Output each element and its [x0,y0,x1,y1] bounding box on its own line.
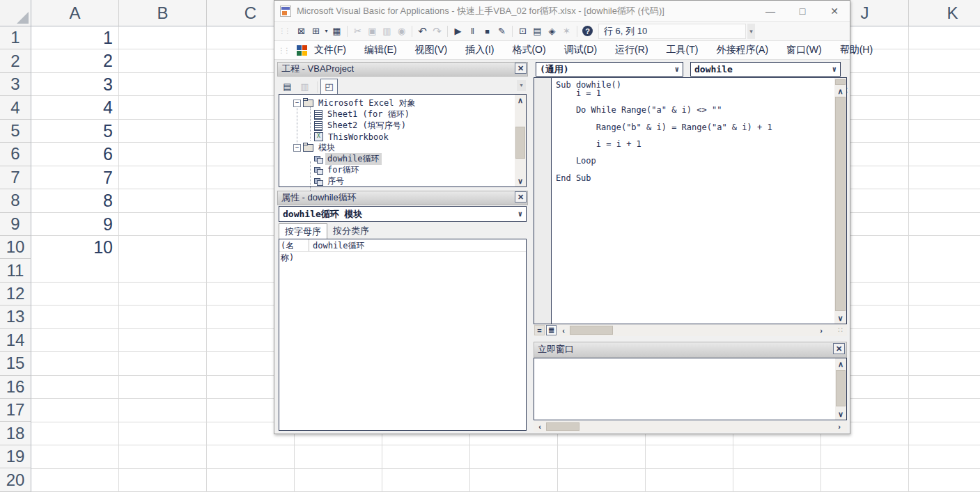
column-header[interactable]: K [909,0,980,26]
row-header[interactable]: 18 [0,422,31,445]
menu-item-run[interactable]: 运行(R) [615,44,648,56]
property-row-name[interactable]: (名称) dowhile循环 [279,239,526,252]
row-header[interactable]: 13 [0,305,31,328]
cell-column-a[interactable]: 7 [31,166,119,189]
scroll-up-icon[interactable]: ∧ [835,360,846,368]
menu-item-tools[interactable]: 工具(T) [667,44,699,56]
procedure-view-icon[interactable]: = [534,325,545,335]
row-header[interactable]: 17 [0,399,31,422]
minimize-button[interactable]: — [763,3,778,19]
cell-column-a[interactable]: 8 [31,189,119,212]
immediate-horizontal-scrollbar[interactable]: ‹ › [534,421,847,432]
menu-item-help[interactable]: 帮助(H) [840,44,873,56]
tree-item-sheet2[interactable]: Sheet2 (填写序号) [314,120,408,131]
properties-panel-titlebar[interactable]: 属性 - dowhile循环 ✕ [277,191,528,205]
break-icon[interactable]: ‖ [465,24,480,38]
tree-item-module-dowhile[interactable]: dowhile循环 [314,154,382,164]
menu-item-window[interactable]: 窗口(W) [786,44,822,56]
close-button[interactable]: ✕ [827,3,842,19]
toolbox-icon[interactable]: ✶ [559,24,574,38]
code-line[interactable]: i = 1 [556,89,772,97]
vba-titlebar[interactable]: Microsoft Visual Basic for Applications … [274,1,850,22]
immediate-close-icon[interactable]: ✕ [833,343,845,354]
cut-icon[interactable]: ✂ [350,24,365,38]
project-explorer-icon[interactable]: ⊡ [515,24,530,38]
row-header[interactable]: 6 [0,143,31,166]
properties-close-icon[interactable]: ✕ [515,191,527,203]
size-grip-icon[interactable]: ∷ [838,326,843,335]
row-header[interactable]: 16 [0,376,31,399]
cell-column-a[interactable]: 3 [31,73,119,96]
scroll-left-icon[interactable]: ‹ [535,421,545,432]
code-procedure-dropdown[interactable]: dowhile ∨ [690,62,841,77]
project-panel-titlebar[interactable]: 工程 - VBAProject ✕ [277,62,528,77]
toggle-folders-icon[interactable]: ◰ [320,79,338,95]
menubar-grip[interactable]: ⋮⋮ [278,47,289,54]
menu-item-addins[interactable]: 外接程序(A) [716,44,768,56]
row-header[interactable]: 12 [0,283,31,305]
menu-item-file[interactable]: 文件(F) [314,44,346,56]
code-line[interactable]: Range("b" & i) = Range("a" & i) + 1 [556,123,772,132]
immediate-content[interactable]: ∧ ∨ [534,358,847,420]
cell-column-a[interactable]: 6 [31,143,119,166]
scroll-down-icon[interactable]: ∨ [834,314,846,322]
code-line[interactable]: Loop [556,157,772,165]
tree-item-module-xuhao[interactable]: 序号 [314,176,346,187]
help-icon[interactable]: ? [580,24,595,38]
properties-window-icon[interactable]: ▤ [530,24,545,38]
tree-item-module-for[interactable]: for循环 [314,165,361,175]
code-line[interactable] [556,115,772,123]
insert-dropdown-caret-icon[interactable]: ▾ [323,24,329,38]
code-line[interactable]: Do While Range("a" & i) <> "" [556,106,772,114]
row-header[interactable]: 20 [0,468,31,491]
scroll-right-icon[interactable]: › [816,325,826,335]
scroll-down-icon[interactable]: ∨ [835,410,846,418]
menu-item-debug[interactable]: 调试(D) [564,44,597,56]
code-line[interactable] [556,165,772,173]
row-header[interactable]: 15 [0,352,31,375]
project-tree-scrollbar[interactable]: ∧ ∨ [515,95,526,187]
project-close-icon[interactable]: ✕ [515,63,527,74]
row-header[interactable]: 9 [0,213,31,236]
toolbar-grip[interactable]: ⋮⋮ [279,27,290,35]
tree-item-excel-objects[interactable]: − Microsoft Excel 对象 [293,98,418,109]
menu-item-edit[interactable]: 编辑(E) [364,44,397,56]
scroll-thumb[interactable] [836,370,846,406]
scroll-thumb[interactable] [835,97,846,311]
scroll-right-icon[interactable]: › [834,421,844,432]
code-line[interactable]: End Sub [556,174,772,182]
menu-item-format[interactable]: 格式(O) [512,44,545,56]
scroll-up-icon[interactable]: ∧ [515,96,526,104]
scroll-thumb[interactable] [515,127,525,159]
row-header[interactable]: 1 [0,26,31,49]
cell-column-a[interactable]: 10 [31,236,119,259]
maximize-button[interactable]: □ [795,3,810,19]
tree-item-sheet1[interactable]: Sheet1 (for 循环) [314,109,412,120]
cell-column-a[interactable]: 5 [31,120,119,143]
tab-categorized[interactable]: 按分类序 [327,223,375,239]
column-header[interactable]: B [119,0,207,26]
view-excel-icon[interactable]: ⊠ [294,24,309,38]
project-tree[interactable]: − Microsoft Excel 对象 Sheet1 (for 循环) She… [279,94,527,187]
full-module-view-icon[interactable]: ≣ [546,325,557,335]
row-header[interactable]: 3 [0,73,31,96]
row-header[interactable]: 7 [0,166,31,189]
tab-alphabetic[interactable]: 按字母序 [279,223,327,239]
view-code-icon[interactable]: ▤ [279,79,295,94]
row-header[interactable]: 11 [0,259,31,282]
code-object-dropdown[interactable]: (通用) ∨ [536,62,683,77]
row-header[interactable]: 8 [0,189,31,212]
cell-column-a[interactable]: 9 [31,213,119,236]
column-header[interactable]: A [31,0,119,26]
tree-item-thisworkbook[interactable]: X ThisWorkbook [314,132,391,142]
row-header[interactable]: 4 [0,96,31,119]
save-icon[interactable]: ▦ [329,24,344,38]
properties-object-combobox[interactable]: dowhile循环 模块 ∨ [279,206,527,222]
row-header[interactable]: 10 [0,236,31,259]
immediate-titlebar[interactable]: 立即窗口 ✕ [534,342,847,358]
undo-icon[interactable]: ↶ [415,24,430,38]
copy-icon[interactable]: ▣ [365,24,380,38]
scroll-thumb[interactable] [546,422,580,431]
row-header[interactable]: 2 [0,49,31,72]
cell-column-a[interactable]: 2 [31,49,119,72]
